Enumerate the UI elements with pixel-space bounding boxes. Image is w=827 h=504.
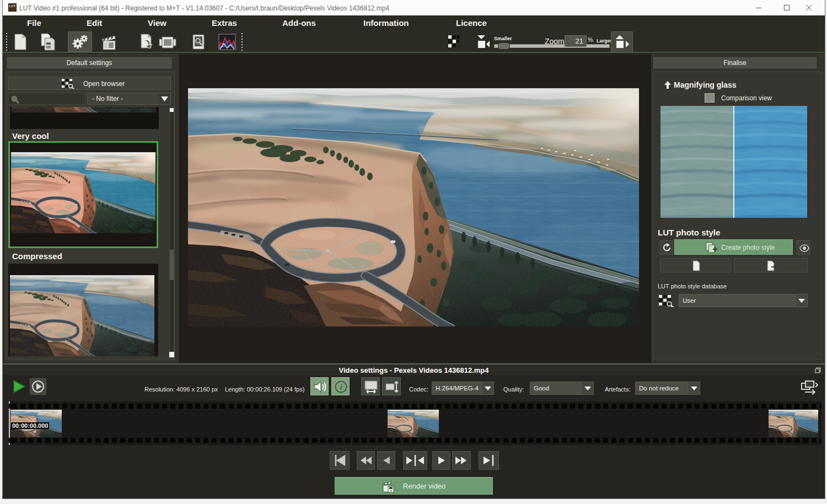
svg-text:i: i <box>340 383 342 392</box>
